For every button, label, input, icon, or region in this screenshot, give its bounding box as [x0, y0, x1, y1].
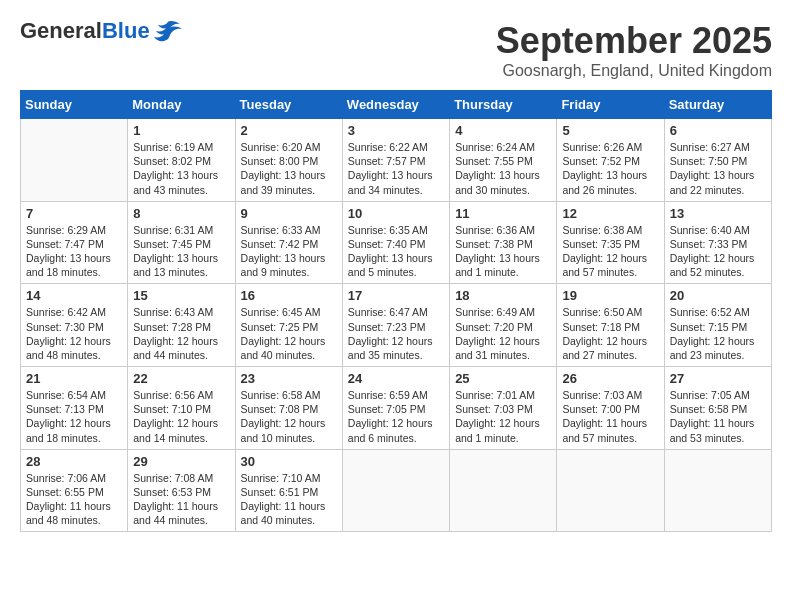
day-info: Sunrise: 6:26 AM Sunset: 7:52 PM Dayligh…: [562, 140, 658, 197]
calendar-header-saturday: Saturday: [664, 91, 771, 119]
day-number: 20: [670, 288, 766, 303]
calendar-cell: 15Sunrise: 6:43 AM Sunset: 7:28 PM Dayli…: [128, 284, 235, 367]
day-info: Sunrise: 6:58 AM Sunset: 7:08 PM Dayligh…: [241, 388, 337, 445]
day-info: Sunrise: 6:45 AM Sunset: 7:25 PM Dayligh…: [241, 305, 337, 362]
month-title: September 2025: [496, 20, 772, 62]
day-number: 24: [348, 371, 444, 386]
calendar-cell: 18Sunrise: 6:49 AM Sunset: 7:20 PM Dayli…: [450, 284, 557, 367]
calendar-cell: 1Sunrise: 6:19 AM Sunset: 8:02 PM Daylig…: [128, 119, 235, 202]
day-number: 13: [670, 206, 766, 221]
day-info: Sunrise: 6:42 AM Sunset: 7:30 PM Dayligh…: [26, 305, 122, 362]
day-info: Sunrise: 6:49 AM Sunset: 7:20 PM Dayligh…: [455, 305, 551, 362]
calendar-header-friday: Friday: [557, 91, 664, 119]
day-number: 26: [562, 371, 658, 386]
day-number: 14: [26, 288, 122, 303]
day-number: 3: [348, 123, 444, 138]
calendar-cell: 2Sunrise: 6:20 AM Sunset: 8:00 PM Daylig…: [235, 119, 342, 202]
day-info: Sunrise: 6:31 AM Sunset: 7:45 PM Dayligh…: [133, 223, 229, 280]
day-info: Sunrise: 7:06 AM Sunset: 6:55 PM Dayligh…: [26, 471, 122, 528]
day-number: 25: [455, 371, 551, 386]
day-info: Sunrise: 6:59 AM Sunset: 7:05 PM Dayligh…: [348, 388, 444, 445]
day-info: Sunrise: 6:24 AM Sunset: 7:55 PM Dayligh…: [455, 140, 551, 197]
day-number: 22: [133, 371, 229, 386]
day-number: 4: [455, 123, 551, 138]
calendar-cell: 29Sunrise: 7:08 AM Sunset: 6:53 PM Dayli…: [128, 449, 235, 532]
title-section: September 2025 Goosnargh, England, Unite…: [496, 20, 772, 80]
day-info: Sunrise: 6:52 AM Sunset: 7:15 PM Dayligh…: [670, 305, 766, 362]
day-number: 29: [133, 454, 229, 469]
day-number: 30: [241, 454, 337, 469]
calendar-cell: 12Sunrise: 6:38 AM Sunset: 7:35 PM Dayli…: [557, 201, 664, 284]
day-info: Sunrise: 6:27 AM Sunset: 7:50 PM Dayligh…: [670, 140, 766, 197]
calendar-cell: 26Sunrise: 7:03 AM Sunset: 7:00 PM Dayli…: [557, 367, 664, 450]
day-number: 11: [455, 206, 551, 221]
day-info: Sunrise: 6:43 AM Sunset: 7:28 PM Dayligh…: [133, 305, 229, 362]
day-info: Sunrise: 6:33 AM Sunset: 7:42 PM Dayligh…: [241, 223, 337, 280]
day-number: 6: [670, 123, 766, 138]
day-info: Sunrise: 6:56 AM Sunset: 7:10 PM Dayligh…: [133, 388, 229, 445]
day-info: Sunrise: 7:01 AM Sunset: 7:03 PM Dayligh…: [455, 388, 551, 445]
day-info: Sunrise: 6:47 AM Sunset: 7:23 PM Dayligh…: [348, 305, 444, 362]
day-info: Sunrise: 7:03 AM Sunset: 7:00 PM Dayligh…: [562, 388, 658, 445]
calendar-cell: [450, 449, 557, 532]
day-number: 2: [241, 123, 337, 138]
day-number: 9: [241, 206, 337, 221]
calendar-cell: 5Sunrise: 6:26 AM Sunset: 7:52 PM Daylig…: [557, 119, 664, 202]
day-number: 21: [26, 371, 122, 386]
calendar-cell: 4Sunrise: 6:24 AM Sunset: 7:55 PM Daylig…: [450, 119, 557, 202]
calendar-cell: 28Sunrise: 7:06 AM Sunset: 6:55 PM Dayli…: [21, 449, 128, 532]
calendar-week-2: 7Sunrise: 6:29 AM Sunset: 7:47 PM Daylig…: [21, 201, 772, 284]
day-info: Sunrise: 6:36 AM Sunset: 7:38 PM Dayligh…: [455, 223, 551, 280]
day-info: Sunrise: 6:22 AM Sunset: 7:57 PM Dayligh…: [348, 140, 444, 197]
calendar-header-monday: Monday: [128, 91, 235, 119]
calendar-week-4: 21Sunrise: 6:54 AM Sunset: 7:13 PM Dayli…: [21, 367, 772, 450]
calendar-cell: [21, 119, 128, 202]
calendar-cell: 13Sunrise: 6:40 AM Sunset: 7:33 PM Dayli…: [664, 201, 771, 284]
calendar-week-3: 14Sunrise: 6:42 AM Sunset: 7:30 PM Dayli…: [21, 284, 772, 367]
day-number: 8: [133, 206, 229, 221]
calendar-cell: 30Sunrise: 7:10 AM Sunset: 6:51 PM Dayli…: [235, 449, 342, 532]
day-info: Sunrise: 6:40 AM Sunset: 7:33 PM Dayligh…: [670, 223, 766, 280]
location: Goosnargh, England, United Kingdom: [496, 62, 772, 80]
calendar-cell: 16Sunrise: 6:45 AM Sunset: 7:25 PM Dayli…: [235, 284, 342, 367]
calendar-cell: 22Sunrise: 6:56 AM Sunset: 7:10 PM Dayli…: [128, 367, 235, 450]
logo-text: GeneralBlue: [20, 20, 150, 42]
day-number: 5: [562, 123, 658, 138]
calendar-cell: [664, 449, 771, 532]
calendar-cell: 9Sunrise: 6:33 AM Sunset: 7:42 PM Daylig…: [235, 201, 342, 284]
day-info: Sunrise: 6:19 AM Sunset: 8:02 PM Dayligh…: [133, 140, 229, 197]
calendar-cell: 11Sunrise: 6:36 AM Sunset: 7:38 PM Dayli…: [450, 201, 557, 284]
day-number: 1: [133, 123, 229, 138]
calendar-cell: 17Sunrise: 6:47 AM Sunset: 7:23 PM Dayli…: [342, 284, 449, 367]
calendar-table: SundayMondayTuesdayWednesdayThursdayFrid…: [20, 90, 772, 532]
day-info: Sunrise: 6:20 AM Sunset: 8:00 PM Dayligh…: [241, 140, 337, 197]
calendar-cell: 19Sunrise: 6:50 AM Sunset: 7:18 PM Dayli…: [557, 284, 664, 367]
calendar-header-row: SundayMondayTuesdayWednesdayThursdayFrid…: [21, 91, 772, 119]
calendar-cell: 7Sunrise: 6:29 AM Sunset: 7:47 PM Daylig…: [21, 201, 128, 284]
day-number: 23: [241, 371, 337, 386]
logo-blue: Blue: [102, 18, 150, 43]
day-info: Sunrise: 7:10 AM Sunset: 6:51 PM Dayligh…: [241, 471, 337, 528]
calendar-week-5: 28Sunrise: 7:06 AM Sunset: 6:55 PM Dayli…: [21, 449, 772, 532]
calendar-cell: 14Sunrise: 6:42 AM Sunset: 7:30 PM Dayli…: [21, 284, 128, 367]
calendar-cell: 21Sunrise: 6:54 AM Sunset: 7:13 PM Dayli…: [21, 367, 128, 450]
calendar-cell: 24Sunrise: 6:59 AM Sunset: 7:05 PM Dayli…: [342, 367, 449, 450]
day-number: 16: [241, 288, 337, 303]
calendar-cell: 27Sunrise: 7:05 AM Sunset: 6:58 PM Dayli…: [664, 367, 771, 450]
day-info: Sunrise: 7:08 AM Sunset: 6:53 PM Dayligh…: [133, 471, 229, 528]
day-info: Sunrise: 6:50 AM Sunset: 7:18 PM Dayligh…: [562, 305, 658, 362]
day-number: 27: [670, 371, 766, 386]
logo-bird-icon: [154, 20, 182, 42]
day-info: Sunrise: 6:29 AM Sunset: 7:47 PM Dayligh…: [26, 223, 122, 280]
calendar-header-tuesday: Tuesday: [235, 91, 342, 119]
day-info: Sunrise: 6:35 AM Sunset: 7:40 PM Dayligh…: [348, 223, 444, 280]
calendar-cell: 23Sunrise: 6:58 AM Sunset: 7:08 PM Dayli…: [235, 367, 342, 450]
page-header: GeneralBlue September 2025 Goosnargh, En…: [20, 20, 772, 80]
calendar-header-sunday: Sunday: [21, 91, 128, 119]
day-number: 19: [562, 288, 658, 303]
calendar-header-wednesday: Wednesday: [342, 91, 449, 119]
logo: GeneralBlue: [20, 20, 182, 42]
day-number: 15: [133, 288, 229, 303]
day-number: 18: [455, 288, 551, 303]
calendar-cell: [557, 449, 664, 532]
